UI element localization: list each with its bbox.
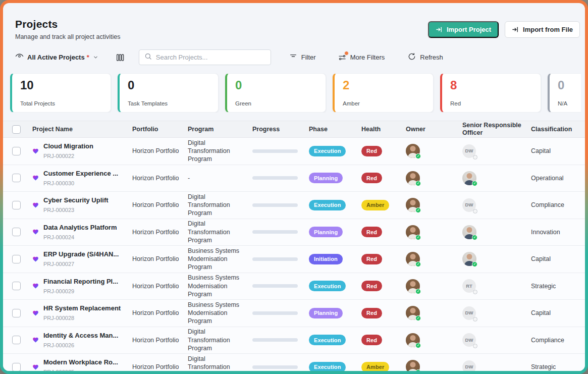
project-name-cell: Data Analytics PlatformPRJ-000024 — [32, 224, 132, 241]
project-heart-icon — [32, 229, 39, 235]
online-check-badge: ✓ — [415, 343, 421, 348]
refresh-icon — [408, 52, 416, 62]
stat-card-red[interactable]: 8Red — [440, 73, 541, 113]
portfolio-cell: Horizon Portfolio — [132, 174, 188, 182]
column-header-phase[interactable]: Phase — [309, 126, 361, 133]
project-name-block: Cloud MigrationPRJ-000022 — [43, 142, 93, 159]
column-header-classification[interactable]: Classification — [531, 126, 585, 133]
row-checkbox[interactable] — [12, 255, 21, 263]
columns-view-button[interactable] — [116, 53, 125, 62]
column-header-senior-responsible-officer[interactable]: Senior Responsible Officer — [462, 122, 531, 137]
sro-avatar[interactable]: ✓ — [462, 225, 476, 239]
project-name-link[interactable]: Cyber Security Uplift — [43, 196, 109, 205]
progress-cell — [252, 338, 309, 342]
project-name-link[interactable]: Identity & Access Man... — [43, 332, 118, 340]
row-checkbox[interactable] — [12, 228, 21, 236]
stat-card-n-a[interactable]: 0N/A — [548, 73, 581, 113]
owner-avatar[interactable]: ✓ — [406, 279, 420, 293]
project-name-cell: Cyber Security UpliftPRJ-000023 — [32, 196, 132, 213]
stat-card-green[interactable]: 0Green — [225, 73, 326, 113]
sro-avatar[interactable]: DW — [462, 333, 476, 347]
column-header-portfolio[interactable]: Portfolio — [132, 126, 188, 133]
stat-card-total-projects[interactable]: 10Total Projects — [10, 73, 111, 113]
row-checkbox[interactable] — [12, 201, 21, 209]
project-name-cell: Cloud MigrationPRJ-000022 — [32, 142, 132, 159]
sro-cell: DW — [462, 144, 531, 158]
project-id: PRJ-000023 — [43, 206, 109, 213]
status-badge — [473, 344, 477, 348]
sro-avatar[interactable]: DW — [462, 360, 476, 371]
more-filters-button[interactable]: More Filters — [338, 54, 385, 62]
column-header-health[interactable]: Health — [361, 126, 406, 133]
avatar-head — [467, 173, 472, 179]
sro-avatar[interactable]: DW — [462, 144, 476, 158]
column-header-program[interactable]: Program — [188, 126, 252, 133]
progress-cell — [252, 257, 309, 261]
filter-button[interactable]: Filter — [289, 52, 316, 62]
sro-avatar[interactable]: ✓ — [462, 171, 476, 185]
refresh-button[interactable]: Refresh — [408, 52, 443, 62]
sro-avatar[interactable]: DW — [462, 306, 476, 320]
column-header-owner[interactable]: Owner — [406, 126, 462, 133]
row-checkbox[interactable] — [12, 336, 21, 344]
progress-bar — [252, 176, 298, 180]
column-header-progress[interactable]: Progress — [252, 126, 309, 133]
table-header-row: Project NamePortfolioProgramProgressPhas… — [3, 121, 585, 138]
phase-badge: Execution — [309, 362, 346, 371]
search-input[interactable] — [156, 54, 265, 61]
row-checkbox[interactable] — [12, 363, 21, 371]
eye-icon — [15, 52, 24, 63]
column-header-project-name[interactable]: Project Name — [32, 126, 132, 133]
health-cell: Red — [361, 173, 406, 183]
row-checkbox[interactable] — [12, 174, 21, 182]
project-name-block: ERP Upgrade (S/4HAN...PRJ-000027 — [43, 250, 119, 268]
stat-label: Task Templates — [128, 100, 210, 106]
owner-avatar[interactable]: ✓ — [406, 144, 420, 158]
project-name-link[interactable]: ERP Upgrade (S/4HAN... — [43, 250, 119, 259]
stat-card-amber[interactable]: 2Amber — [333, 73, 434, 113]
row-checkbox[interactable] — [12, 309, 21, 317]
project-heart-icon — [32, 310, 39, 316]
project-name-link[interactable]: Customer Experience ... — [43, 170, 118, 178]
project-name-link[interactable]: HR System Replacement — [43, 304, 121, 313]
owner-avatar[interactable]: ✓ — [406, 306, 420, 320]
owner-avatar[interactable]: ✓ — [406, 225, 420, 239]
import-from-file-button[interactable]: Import from File — [505, 21, 580, 38]
view-selector-dropdown[interactable]: All Active Projects * — [15, 52, 98, 63]
project-heart-icon — [32, 202, 39, 208]
project-name-link[interactable]: Data Analytics Platform — [43, 224, 117, 232]
online-check-badge: ✓ — [415, 181, 421, 186]
owner-avatar[interactable]: ✓ — [406, 333, 420, 347]
stat-value: 0 — [558, 79, 581, 92]
progress-cell — [252, 176, 309, 180]
project-name-link[interactable]: Modern Workplace Ro... — [43, 358, 118, 367]
import-project-button[interactable]: Import Project — [428, 21, 499, 38]
owner-avatar[interactable]: ✓ — [406, 171, 420, 185]
stat-card-task-templates[interactable]: 0Task Templates — [118, 73, 219, 113]
phase-badge: Execution — [309, 335, 346, 345]
row-checkbox[interactable] — [12, 282, 21, 290]
project-name-link[interactable]: Financial Reporting Pl... — [43, 278, 118, 286]
stat-label: Green — [235, 100, 317, 106]
table-body: Cloud MigrationPRJ-000022Horizon Portfol… — [3, 138, 585, 371]
classification-cell: Capital — [531, 255, 585, 263]
program-cell: Digital Transformation Program — [188, 220, 252, 244]
sro-avatar[interactable]: DW — [462, 198, 476, 212]
arrow-to-bar-icon — [436, 26, 443, 33]
owner-avatar[interactable]: ✓ — [406, 360, 420, 371]
health-badge: Red — [361, 254, 382, 264]
project-name-link[interactable]: Cloud Migration — [43, 142, 93, 151]
sro-avatar[interactable]: ✓ — [462, 252, 476, 266]
health-badge: Red — [361, 227, 382, 237]
owner-avatar[interactable]: ✓ — [406, 252, 420, 266]
row-checkbox[interactable] — [12, 147, 21, 155]
select-all-checkbox[interactable] — [12, 125, 21, 134]
owner-avatar[interactable]: ✓ — [406, 198, 420, 212]
phase-cell: Execution — [309, 200, 361, 210]
status-badge — [473, 290, 477, 294]
sro-avatar[interactable]: RT — [462, 279, 476, 293]
chevron-down-icon — [93, 53, 98, 62]
project-name-cell: HR System ReplacementPRJ-000028 — [32, 304, 132, 322]
project-name-block: Data Analytics PlatformPRJ-000024 — [43, 224, 117, 241]
required-asterisk: * — [87, 54, 89, 61]
